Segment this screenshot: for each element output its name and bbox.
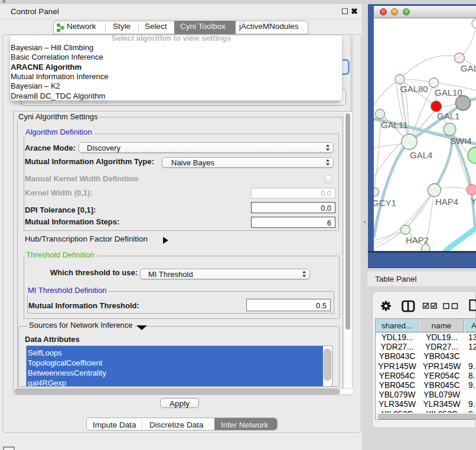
svg-text:HAP4: HAP4	[435, 197, 458, 207]
svg-text:GCY1: GCY1	[374, 198, 396, 208]
svg-text:Y: Y	[471, 196, 476, 206]
svg-text:SWI4: SWI4	[450, 136, 472, 146]
svg-text:HAP2: HAP2	[406, 235, 429, 245]
svg-text:GAL80: GAL80	[400, 84, 428, 94]
svg-text:GAL10: GAL10	[435, 87, 462, 97]
svg-text:GAL4: GAL4	[410, 150, 432, 160]
svg-text:GAL: GAL	[461, 63, 476, 73]
svg-text:GAL11: GAL11	[381, 120, 408, 130]
svg-text:GAL1: GAL1	[437, 111, 459, 121]
